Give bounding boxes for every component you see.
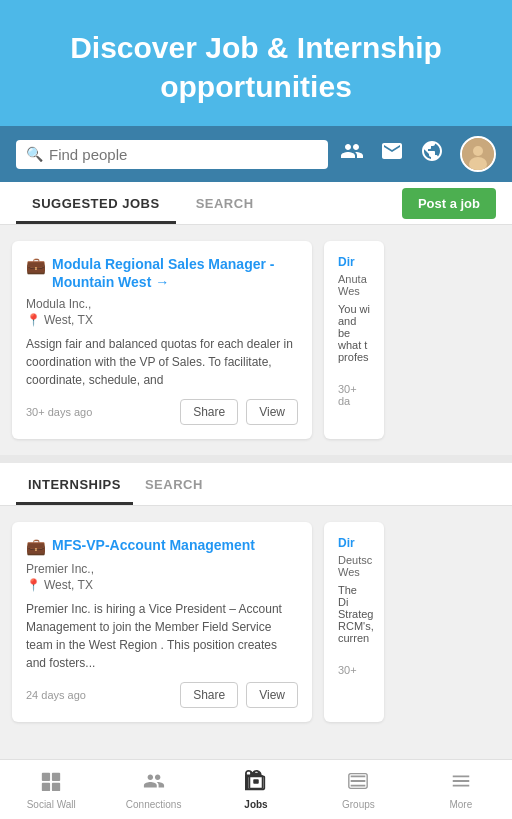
card-time: 30+ days ago <box>26 406 172 418</box>
job-desc-partial: You wi and be what t profes <box>338 303 370 363</box>
svg-rect-5 <box>42 782 50 790</box>
job-company: Modula Inc., <box>26 297 298 311</box>
more-icon <box>450 770 472 797</box>
section-divider <box>0 455 512 463</box>
internship-view-button[interactable]: View <box>246 682 298 708</box>
people-icon[interactable] <box>340 139 364 169</box>
internship-time: 24 days ago <box>26 689 172 701</box>
svg-rect-3 <box>42 772 50 780</box>
share-button[interactable]: Share <box>180 399 238 425</box>
internship-company-partial: Deutsc <box>338 554 370 566</box>
job-title-partial: Dir <box>338 255 370 269</box>
location-pin-icon-2: 📍 <box>26 578 41 592</box>
internship-card: 💼 MFS-VP-Account Management Premier Inc.… <box>12 522 312 722</box>
view-button[interactable]: View <box>246 399 298 425</box>
nav-groups[interactable]: Groups <box>307 760 409 819</box>
svg-point-1 <box>473 146 483 156</box>
avatar[interactable] <box>460 136 496 172</box>
job-description: Assign fair and balanced quotas for each… <box>26 335 298 389</box>
svg-rect-4 <box>52 772 60 780</box>
internship-description: Premier Inc. is hiring a Vice President … <box>26 600 298 672</box>
tab-search-internships[interactable]: SEARCH <box>133 463 215 505</box>
job-company-partial: Anuta <box>338 273 370 285</box>
internship-time-partial: 30+ <box>338 664 370 676</box>
briefcase-icon: 💼 <box>26 256 46 275</box>
internship-location-partial: Wes <box>338 566 370 578</box>
job-location-partial: Wes <box>338 285 370 297</box>
globe-icon[interactable] <box>420 139 444 169</box>
svg-rect-6 <box>52 782 60 790</box>
hero-title: Discover Job & Internship opportunities <box>40 28 472 106</box>
connections-icon <box>143 770 165 797</box>
post-job-button[interactable]: Post a job <box>402 188 496 219</box>
suggested-jobs-tabs: SUGGESTED JOBS SEARCH Post a job <box>0 182 512 225</box>
search-icon: 🔍 <box>26 146 43 162</box>
internship-company: Premier Inc., <box>26 562 298 576</box>
job-location: 📍 West, TX <box>26 313 298 327</box>
social-wall-icon <box>40 770 62 797</box>
groups-icon <box>347 770 369 797</box>
search-input-wrapper[interactable]: 🔍 <box>16 140 328 169</box>
tab-suggested-jobs[interactable]: SUGGESTED JOBS <box>16 182 176 224</box>
groups-label: Groups <box>342 799 375 810</box>
message-icon[interactable] <box>380 139 404 169</box>
nav-more[interactable]: More <box>410 760 512 819</box>
nav-connections[interactable]: Connections <box>102 760 204 819</box>
internship-footer: 24 days ago Share View <box>26 682 298 708</box>
main-content: SUGGESTED JOBS SEARCH Post a job 💼 Modul… <box>0 182 512 782</box>
search-input[interactable] <box>49 146 318 163</box>
internship-tabs: INTERNSHIPS SEARCH <box>0 463 512 506</box>
job-card: 💼 Modula Regional Sales Manager - Mounta… <box>12 241 312 439</box>
nav-jobs[interactable]: Jobs <box>205 760 307 819</box>
briefcase-icon-2: 💼 <box>26 537 46 556</box>
social-wall-label: Social Wall <box>27 799 76 810</box>
job-title-row: 💼 Modula Regional Sales Manager - Mounta… <box>26 255 298 291</box>
nav-social-wall[interactable]: Social Wall <box>0 760 102 819</box>
internship-location: 📍 West, TX <box>26 578 298 592</box>
job-time-partial: 30+ da <box>338 383 370 407</box>
hero-section: Discover Job & Internship opportunities <box>0 0 512 126</box>
internship-share-button[interactable]: Share <box>180 682 238 708</box>
internship-cards: 💼 MFS-VP-Account Management Premier Inc.… <box>0 506 512 738</box>
suggested-jobs-cards: 💼 Modula Regional Sales Manager - Mounta… <box>0 225 512 455</box>
card-footer: 30+ days ago Share View <box>26 399 298 425</box>
top-icons <box>340 136 496 172</box>
jobs-icon <box>245 770 267 797</box>
search-bar: 🔍 <box>0 126 512 182</box>
connections-label: Connections <box>126 799 182 810</box>
more-label: More <box>449 799 472 810</box>
location-pin-icon: 📍 <box>26 313 41 327</box>
internship-desc-partial: The Di Strateg RCM's, curren <box>338 584 370 644</box>
internship-title-partial: Dir <box>338 536 370 550</box>
internship-card-partial: Dir Deutsc Wes The Di Strateg RCM's, cur… <box>324 522 384 722</box>
svg-rect-9 <box>253 779 259 784</box>
job-title[interactable]: Modula Regional Sales Manager - Mountain… <box>52 255 298 291</box>
jobs-label: Jobs <box>244 799 267 810</box>
tab-internships[interactable]: INTERNSHIPS <box>16 463 133 505</box>
tab-search-jobs[interactable]: SEARCH <box>180 182 270 224</box>
bottom-nav: Social Wall Connections Jobs Groups More <box>0 759 512 819</box>
internship-title-row: 💼 MFS-VP-Account Management <box>26 536 298 556</box>
internship-title[interactable]: MFS-VP-Account Management <box>52 536 255 554</box>
job-card-partial: Dir Anuta Wes You wi and be what t profe… <box>324 241 384 439</box>
